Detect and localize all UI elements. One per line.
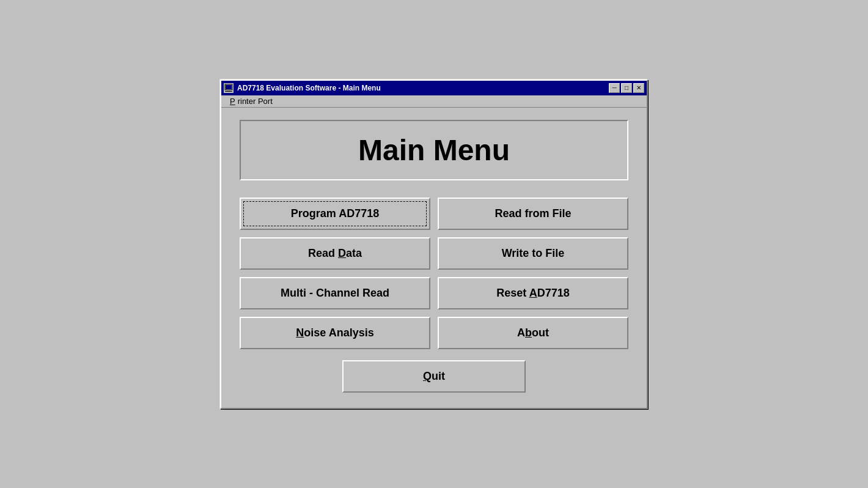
close-button[interactable]: ✕ (633, 83, 644, 93)
app-icon (224, 83, 234, 93)
read-data-button[interactable]: Read Data (240, 237, 430, 270)
read-from-file-button[interactable]: Read from File (438, 198, 628, 230)
title-bar-buttons: ─ □ ✕ (609, 83, 644, 93)
svg-rect-3 (226, 85, 232, 89)
restore-button[interactable]: □ (621, 83, 632, 93)
button-grid: Program AD7718 Read from File Read Data … (240, 198, 628, 349)
title-bar-text: AD7718 Evaluation Software - Main Menu (237, 84, 381, 92)
program-ad7718-button[interactable]: Program AD7718 (240, 198, 430, 230)
title-bar-left: AD7718 Evaluation Software - Main Menu (224, 83, 381, 93)
main-menu-heading: Main Menu (253, 133, 615, 167)
content-area: Main Menu Program AD7718 Read from File … (221, 108, 647, 408)
multi-channel-read-button[interactable]: Multi - Channel Read (240, 277, 430, 309)
main-menu-title-box: Main Menu (240, 120, 628, 180)
title-bar: AD7718 Evaluation Software - Main Menu ─… (221, 81, 647, 95)
quit-row: Quit (240, 360, 628, 393)
svg-rect-1 (226, 90, 231, 91)
printer-port-menu[interactable]: Printer Port (225, 95, 275, 107)
quit-button[interactable]: Quit (342, 360, 526, 393)
about-button[interactable]: About (438, 317, 628, 349)
svg-rect-2 (225, 91, 232, 92)
menu-bar: Printer Port (221, 95, 647, 108)
reset-ad7718-button[interactable]: Reset AD7718 (438, 277, 628, 309)
minimize-button[interactable]: ─ (609, 83, 620, 93)
noise-analysis-button[interactable]: Noise Analysis (240, 317, 430, 349)
main-window: AD7718 Evaluation Software - Main Menu ─… (220, 79, 648, 409)
write-to-file-button[interactable]: Write to File (438, 237, 628, 270)
